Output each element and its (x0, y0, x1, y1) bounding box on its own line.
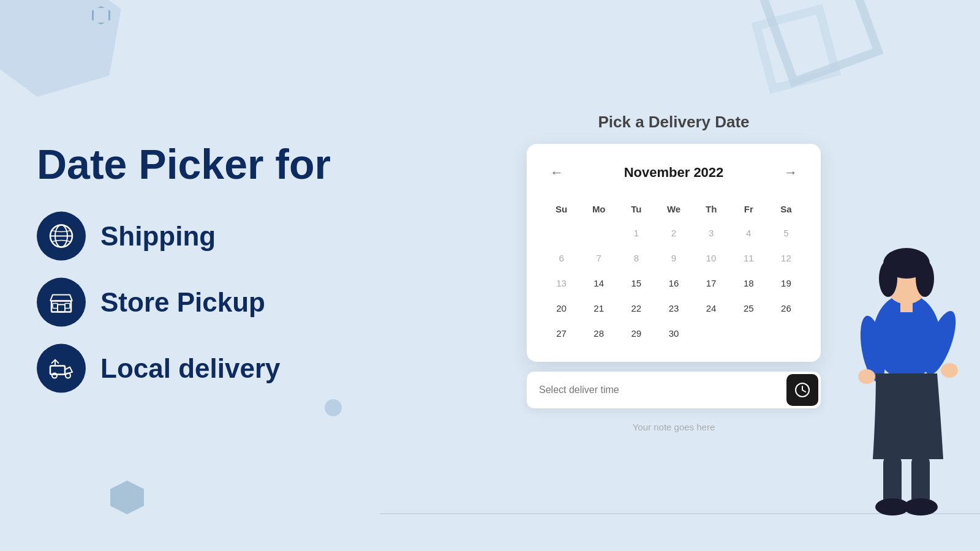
day-cell: 4 (731, 222, 766, 244)
person-illustration (839, 214, 974, 520)
day-cell-available[interactable]: 15 (619, 272, 654, 294)
day-cell: 11 (731, 247, 766, 269)
day-cell-available[interactable]: 20 (544, 297, 579, 320)
day-cell-available[interactable]: 26 (769, 297, 804, 320)
day-cell-available[interactable]: 18 (731, 272, 766, 294)
day-cell-available[interactable]: 21 (581, 297, 616, 320)
feature-local-delivery: Local delivery (37, 343, 392, 392)
svg-rect-25 (883, 456, 902, 505)
day-cell-available[interactable]: 29 (619, 322, 654, 345)
day-cell: 13 (544, 272, 579, 294)
day-cell: 7 (581, 247, 616, 269)
day-cell-available[interactable]: 14 (581, 272, 616, 294)
month-year-label: November 2022 (624, 165, 724, 181)
note-placeholder: Your note goes here (527, 416, 821, 438)
svg-rect-7 (65, 303, 70, 308)
local-delivery-icon (37, 343, 86, 392)
right-section: Pick a Delivery Date ← November 2022 → S… (527, 113, 821, 438)
feature-shipping: Shipping (37, 211, 392, 260)
shipping-icon (37, 211, 86, 260)
hex-bottomleft (110, 481, 144, 514)
svg-point-19 (916, 260, 934, 297)
local-delivery-label: Local delivery (100, 353, 280, 383)
day-header-we: We (656, 199, 691, 219)
clock-icon (794, 382, 810, 398)
svg-rect-6 (53, 303, 58, 308)
svg-rect-20 (900, 300, 913, 312)
day-cell-available[interactable]: 19 (769, 272, 804, 294)
day-header-fr: Fr (731, 199, 766, 219)
day-cell: 2 (656, 222, 691, 244)
day-header-su: Su (544, 199, 579, 219)
day-cell: 10 (694, 247, 729, 269)
store-pickup-label: Store Pickup (100, 287, 265, 317)
day-header-th: Th (694, 199, 729, 219)
left-section: Date Picker for Shipping Store Pic (37, 141, 392, 410)
day-empty (769, 322, 804, 345)
svg-rect-26 (911, 456, 930, 505)
day-empty (544, 222, 579, 244)
day-empty (731, 322, 766, 345)
day-cell-available[interactable]: 27 (544, 322, 579, 345)
store-pickup-icon (37, 277, 86, 326)
day-cell: 5 (769, 222, 804, 244)
day-empty (581, 222, 616, 244)
day-header-mo: Mo (581, 199, 616, 219)
calendar-nav: ← November 2022 → (544, 161, 804, 184)
day-cell-available[interactable]: 24 (694, 297, 729, 320)
prev-month-button[interactable]: ← (544, 161, 570, 184)
day-cell: 1 (619, 222, 654, 244)
svg-point-28 (903, 498, 938, 515)
day-cell: 6 (544, 247, 579, 269)
day-cell-available[interactable]: 22 (619, 297, 654, 320)
hex-outline-top (92, 6, 110, 24)
shipping-label: Shipping (100, 220, 216, 251)
feature-store-pickup: Store Pickup (37, 277, 392, 326)
svg-rect-3 (51, 301, 71, 312)
hex-bg-topleft (0, 0, 127, 108)
svg-point-23 (858, 369, 875, 384)
day-cell: 3 (694, 222, 729, 244)
time-section (527, 372, 821, 408)
stripe-topright2 (752, 4, 842, 94)
svg-rect-8 (50, 365, 65, 374)
stripe-topright (758, 0, 883, 88)
day-cell: 12 (769, 247, 804, 269)
day-cell-available[interactable]: 28 (581, 322, 616, 345)
day-header-tu: Tu (619, 199, 654, 219)
day-cell: 9 (656, 247, 691, 269)
svg-line-14 (802, 390, 805, 392)
svg-point-18 (879, 260, 897, 297)
day-cell: 8 (619, 247, 654, 269)
next-month-button[interactable]: → (778, 161, 804, 184)
day-cell-available[interactable]: 17 (694, 272, 729, 294)
svg-point-24 (941, 363, 958, 378)
time-input[interactable] (529, 376, 786, 404)
day-cell-available[interactable]: 16 (656, 272, 691, 294)
day-empty (694, 322, 729, 345)
main-title: Date Picker for (37, 141, 392, 187)
time-clock-button[interactable] (786, 374, 818, 406)
day-cell-available[interactable]: 23 (656, 297, 691, 320)
calendar-title: Pick a Delivery Date (527, 113, 821, 132)
day-cell-available[interactable]: 30 (656, 322, 691, 345)
svg-rect-4 (58, 304, 65, 312)
calendar-grid: Su Mo Tu We Th Fr Sa 1 2 3 4 5 6 7 8 9 1… (544, 199, 804, 345)
calendar-card: ← November 2022 → Su Mo Tu We Th Fr Sa 1… (527, 144, 821, 362)
day-header-sa: Sa (769, 199, 804, 219)
day-cell-available[interactable]: 25 (731, 297, 766, 320)
